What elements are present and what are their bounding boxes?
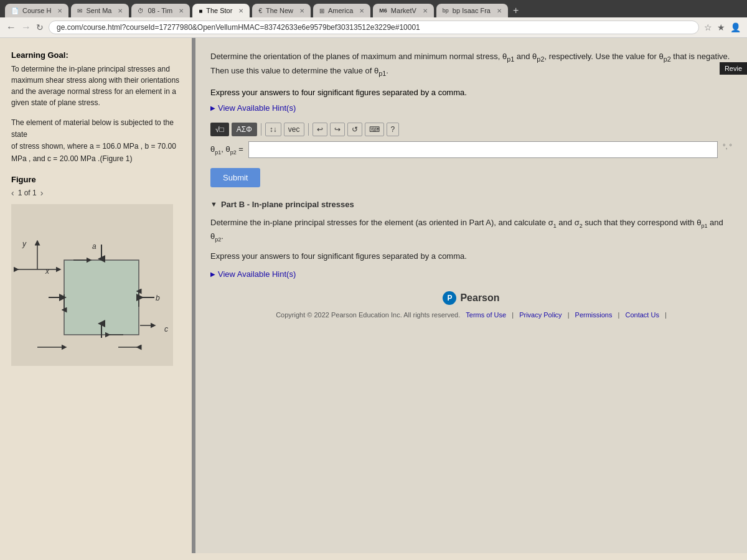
tab-close-course[interactable]: ✕: [57, 7, 62, 14]
svg-text:y: y: [22, 240, 27, 248]
contact-link[interactable]: Contact Us: [625, 311, 659, 319]
tab-course[interactable]: 📄 Course H ✕: [5, 4, 68, 17]
url-bar[interactable]: ge.com/course.html?courseId=17277980&Ope…: [49, 21, 699, 34]
tab-close-america[interactable]: ✕: [359, 7, 364, 14]
figure-next-button[interactable]: ›: [40, 188, 44, 198]
tab-market-icon: M6: [379, 7, 387, 14]
math-toolbar: √□ AΣΦ ↕↓ vec ↩ ↪ ↺ ⌨ ?: [210, 123, 732, 136]
answer-input[interactable]: [248, 141, 718, 158]
tab-sent-icon: ✉: [77, 7, 82, 14]
main-content: Learning Goal: To determine the in-plane…: [0, 38, 747, 553]
part-b-title: Part B - In-plane principal stresses: [221, 200, 354, 209]
copyright-text: Copyright © 2022 Pearson Education Inc. …: [276, 311, 460, 319]
submit-button[interactable]: Submit: [210, 168, 260, 187]
question-text: Determine the orientation of the planes …: [210, 50, 732, 79]
svg-text:a: a: [92, 242, 96, 251]
help-button[interactable]: ?: [387, 123, 400, 136]
part-b-header[interactable]: ▼ Part B - In-plane principal stresses: [210, 200, 732, 209]
pearson-logo: P Pearson: [443, 291, 499, 305]
sqrt-button[interactable]: √□: [210, 123, 229, 136]
tab-timer[interactable]: ⏱ 08 - Tim ✕: [131, 4, 190, 17]
address-bar-icons: ☆ ★ 👤: [704, 22, 741, 32]
stress-diagram: y x a: [11, 204, 173, 366]
pearson-circle-icon: P: [443, 291, 456, 305]
forward-button[interactable]: →: [21, 22, 31, 33]
toolbar-separator-2: [308, 123, 309, 136]
tab-new[interactable]: € The New ✕: [252, 4, 311, 17]
pearson-area: P Pearson: [210, 291, 732, 305]
tab-isaac-icon: bp: [443, 7, 449, 14]
back-button[interactable]: ←: [6, 22, 16, 33]
part-b-express-text: Express your answers to four significant…: [210, 250, 732, 263]
refresh-formula-button[interactable]: ↺: [347, 123, 362, 136]
answer-row: θp1, θp2 = °, °: [210, 141, 732, 158]
tab-timer-icon: ⏱: [138, 7, 144, 14]
part-b-hint-link[interactable]: View Available Hint(s): [210, 269, 732, 279]
svg-text:c: c: [164, 325, 168, 334]
footer-links: Copyright © 2022 Pearson Education Inc. …: [210, 311, 732, 319]
answer-label: θp1, θp2 =: [210, 144, 243, 156]
right-panel: Determine the orientation of the planes …: [195, 38, 747, 553]
permissions-link[interactable]: Permissions: [575, 311, 613, 319]
tab-sent[interactable]: ✉ Sent Ma ✕: [71, 4, 129, 17]
degree-indicator: °, °: [723, 142, 732, 150]
tab-store-icon: ■: [199, 7, 202, 14]
add-tab-button[interactable]: +: [513, 5, 519, 16]
tab-store[interactable]: ■ The Stor ✕: [192, 4, 250, 17]
vec-button[interactable]: vec: [284, 123, 304, 136]
tab-close-sent[interactable]: ✕: [118, 7, 123, 14]
pearson-logo-text: Pearson: [460, 292, 499, 304]
tab-new-icon: €: [258, 7, 262, 14]
figure-label: Figure: [11, 175, 181, 184]
tab-isaac[interactable]: bp bp Isaac Fra ✕: [436, 4, 508, 17]
figure-nav-text: 1 of 1: [18, 189, 37, 197]
tab-close-new[interactable]: ✕: [299, 7, 304, 14]
keyboard-button[interactable]: ⌨: [365, 123, 384, 136]
svg-text:b: b: [156, 294, 160, 302]
terms-link[interactable]: Terms of Use: [466, 311, 506, 319]
tab-close-market[interactable]: ✕: [423, 7, 428, 14]
diagram-area: y x a: [11, 204, 173, 366]
redo-button[interactable]: ↪: [330, 123, 345, 136]
refresh-button[interactable]: ↻: [36, 22, 44, 32]
figure-prev-button[interactable]: ‹: [11, 188, 14, 198]
address-bar: ← → ↻ ge.com/course.html?courseId=172779…: [0, 17, 747, 38]
privacy-link[interactable]: Privacy Policy: [519, 311, 561, 319]
revie-button[interactable]: Revie: [720, 62, 747, 75]
learning-goal-title: Learning Goal:: [11, 50, 181, 60]
tab-america[interactable]: ⊞ America ✕: [313, 4, 370, 17]
left-panel: Learning Goal: To determine the in-plane…: [0, 38, 193, 553]
sigma-button[interactable]: AΣΦ: [232, 123, 257, 136]
sort-button[interactable]: ↕↓: [265, 123, 281, 136]
tab-close-isaac[interactable]: ✕: [497, 7, 502, 14]
learning-goal-text: To determine the in-plane principal stre…: [11, 63, 181, 108]
tab-close-store[interactable]: ✕: [238, 7, 243, 14]
tab-course-icon: 📄: [11, 7, 19, 14]
element-info: The element of material below is subject…: [11, 117, 181, 165]
bookmark-icon[interactable]: ☆: [704, 22, 712, 32]
star-icon[interactable]: ★: [717, 22, 725, 32]
tab-america-icon: ⊞: [319, 7, 324, 14]
part-b-text: Determine the in-plane principal stresse…: [210, 217, 732, 244]
toolbar-separator: [261, 123, 261, 136]
svg-text:x: x: [45, 267, 50, 276]
figure-nav: ‹ 1 of 1 ›: [11, 188, 181, 198]
undo-button[interactable]: ↩: [312, 123, 327, 136]
hint-link[interactable]: View Available Hint(s): [210, 103, 732, 113]
tab-close-timer[interactable]: ✕: [179, 7, 184, 14]
express-answers-text: Express your answers to four significant…: [210, 88, 732, 97]
part-b-arrow-icon: ▼: [210, 200, 217, 208]
browser-chrome: 📄 Course H ✕ ✉ Sent Ma ✕ ⏱ 08 - Tim ✕ ■ …: [0, 0, 747, 17]
tab-market[interactable]: M6 MarketV ✕: [373, 4, 433, 17]
profile-icon[interactable]: 👤: [730, 22, 741, 32]
